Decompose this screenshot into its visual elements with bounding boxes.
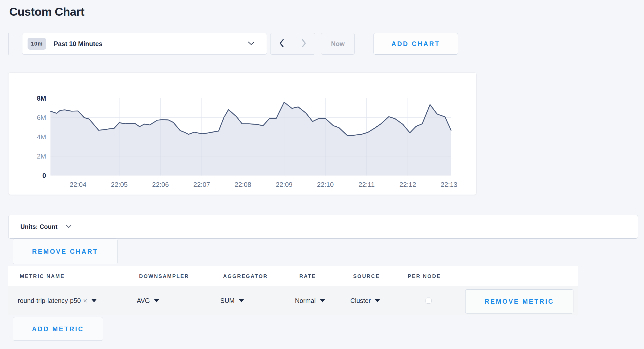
now-button-label: Now [331, 40, 345, 48]
source-value: Cluster [350, 297, 371, 304]
y-tick-label: 0 [43, 172, 46, 179]
caret-down-icon [375, 299, 380, 302]
x-tick-label: 22:13 [440, 181, 457, 188]
time-next-button[interactable] [293, 33, 315, 54]
add-chart-button[interactable]: ADD CHART [374, 33, 458, 55]
col-header-source: SOURCE [353, 273, 380, 279]
remove-chart-button-label: REMOVE CHART [32, 248, 98, 255]
aggregator-value: SUM [220, 297, 235, 304]
caret-down-icon [239, 299, 244, 302]
x-tick-label: 22:10 [317, 181, 334, 188]
chart-card: 02M4M6M8M22:0422:0522:0622:0722:0822:092… [8, 72, 477, 195]
downsampler-value: AVG [137, 297, 150, 304]
caret-down-icon [91, 299, 97, 302]
y-tick-label: 4M [37, 133, 46, 141]
x-tick-label: 22:05 [111, 181, 128, 188]
col-header-per-node: PER NODE [408, 273, 441, 279]
per-node-checkbox[interactable] [426, 298, 431, 304]
col-header-aggregator: AGGREGATOR [223, 273, 268, 279]
chart-area-fill [50, 102, 451, 176]
add-chart-button-label: ADD CHART [391, 40, 440, 48]
chevron-down-icon [248, 41, 255, 47]
rate-value: Normal [295, 297, 316, 304]
time-range-select[interactable]: 10m Past 10 Minutes [22, 33, 267, 55]
x-tick-label: 22:06 [152, 181, 169, 188]
page-title: Custom Chart [9, 5, 84, 19]
add-metric-button[interactable]: ADD METRIC [13, 317, 103, 341]
downsampler-select[interactable]: AVG [137, 297, 159, 304]
time-range-badge: 10m [28, 38, 46, 50]
remove-metric-button-label: REMOVE METRIC [485, 298, 554, 305]
y-tick-label: 6M [37, 114, 46, 121]
metrics-table-header: METRIC NAME DOWNSAMPLER AGGREGATOR RATE … [8, 266, 578, 286]
remove-chart-button[interactable]: REMOVE CHART [13, 239, 117, 264]
x-tick-label: 22:09 [276, 181, 292, 188]
controls-left-divider [9, 33, 9, 55]
x-tick-label: 22:11 [358, 181, 375, 188]
rate-select[interactable]: Normal [295, 297, 325, 304]
remove-metric-button[interactable]: REMOVE METRIC [465, 289, 573, 313]
aggregator-select[interactable]: SUM [220, 297, 244, 304]
units-select-label: Units: Count [20, 223, 57, 230]
col-header-metric-name: METRIC NAME [20, 273, 65, 279]
caret-down-icon [320, 299, 325, 302]
x-tick-label: 22:12 [399, 181, 416, 188]
col-header-downsampler: DOWNSAMPLER [139, 273, 189, 279]
metric-name-select[interactable]: round-trip-latency-p50 × [18, 297, 97, 304]
clear-metric-icon[interactable]: × [83, 297, 87, 304]
caret-down-icon [154, 299, 159, 302]
time-range-label: Past 10 Minutes [54, 40, 248, 48]
x-tick-label: 22:07 [193, 181, 210, 188]
metric-name-value: round-trip-latency-p50 [18, 297, 81, 304]
y-tick-label: 2M [37, 152, 46, 160]
units-select[interactable]: Units: Count [8, 215, 638, 239]
source-select[interactable]: Cluster [350, 297, 380, 304]
x-tick-label: 22:04 [70, 181, 86, 188]
chevron-left-icon [278, 38, 285, 49]
now-button[interactable]: Now [321, 33, 355, 55]
chevron-right-icon [301, 38, 307, 49]
x-tick-label: 22:08 [234, 181, 251, 188]
time-nav-group [270, 33, 315, 55]
timeseries-chart: 02M4M6M8M22:0422:0522:0622:0722:0822:092… [9, 73, 477, 195]
y-tick-label: 8M [37, 94, 46, 102]
chevron-down-icon [57, 224, 72, 229]
col-header-rate: RATE [299, 273, 316, 279]
time-prev-button[interactable] [270, 33, 293, 54]
add-metric-button-label: ADD METRIC [32, 325, 84, 333]
